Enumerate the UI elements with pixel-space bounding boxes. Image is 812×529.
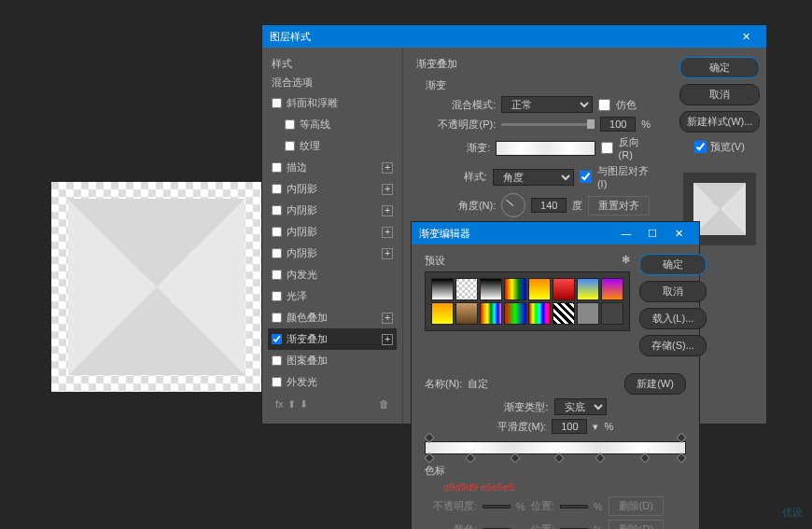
preset-swatch[interactable] — [577, 278, 599, 300]
style-item[interactable]: 内阴影+ — [268, 243, 397, 264]
preset-swatch[interactable] — [431, 278, 454, 300]
opacity-slider[interactable] — [501, 123, 595, 126]
arrow-up-icon[interactable]: ⬆ — [287, 398, 296, 411]
style-item[interactable]: 等高线 — [268, 114, 397, 135]
save-button[interactable]: 存储(S)... — [639, 335, 707, 356]
style-checkbox[interactable] — [272, 162, 282, 173]
preset-swatch[interactable] — [528, 278, 551, 300]
style-item[interactable]: 内阴影+ — [268, 221, 397, 243]
add-icon[interactable]: + — [382, 248, 393, 259]
reverse-checkbox[interactable] — [601, 142, 613, 154]
color-stop[interactable] — [676, 452, 686, 463]
gradient-preview[interactable] — [496, 141, 595, 156]
preset-swatch[interactable] — [480, 302, 502, 325]
style-checkbox[interactable] — [285, 141, 295, 151]
minimize-icon[interactable]: ― — [613, 222, 639, 244]
style-item[interactable]: 图案叠加 — [268, 350, 397, 371]
fx-label[interactable]: fx — [275, 398, 284, 411]
preview-checkbox[interactable] — [694, 141, 707, 153]
type-select[interactable]: 实底 — [554, 398, 607, 415]
add-icon[interactable]: + — [382, 334, 393, 345]
preset-swatch[interactable] — [601, 302, 623, 325]
style-checkbox[interactable] — [272, 270, 282, 280]
cancel-button[interactable]: 取消 — [639, 281, 707, 302]
style-checkbox[interactable] — [272, 291, 282, 301]
close-icon[interactable]: ✕ — [665, 222, 692, 244]
chevron-down-icon[interactable]: ▾ — [593, 421, 598, 433]
cancel-button[interactable]: 取消 — [679, 84, 760, 105]
preset-swatch[interactable] — [504, 302, 526, 325]
trash-icon[interactable]: 🗑 — [379, 398, 389, 411]
load-button[interactable]: 载入(L)... — [639, 308, 707, 329]
preset-swatch[interactable] — [504, 278, 526, 300]
color-stop[interactable] — [510, 452, 520, 463]
preset-swatch[interactable] — [455, 278, 478, 300]
maximize-icon[interactable]: ☐ — [639, 222, 665, 244]
style-checkbox[interactable] — [272, 313, 282, 323]
style-item[interactable]: 描边+ — [268, 157, 397, 178]
smooth-input[interactable] — [552, 419, 587, 434]
preset-swatch[interactable] — [528, 302, 551, 325]
dither-checkbox[interactable] — [598, 99, 610, 111]
style-checkbox[interactable] — [272, 205, 282, 216]
opacity-stop[interactable] — [424, 432, 434, 442]
gear-icon[interactable]: ✻ — [622, 254, 630, 268]
layer-style-titlebar[interactable]: 图层样式 ✕ — [262, 25, 766, 48]
add-icon[interactable]: + — [382, 205, 393, 216]
preset-swatch[interactable] — [553, 278, 575, 300]
preset-swatch[interactable] — [480, 278, 502, 300]
new-style-button[interactable]: 新建样式(W)... — [679, 111, 760, 132]
ok-button[interactable]: 确定 — [639, 254, 707, 275]
add-icon[interactable]: + — [382, 184, 393, 195]
close-icon[interactable]: ✕ — [733, 25, 759, 48]
new-button[interactable]: 新建(W) — [624, 373, 686, 395]
style-checkbox[interactable] — [272, 334, 282, 344]
add-icon[interactable]: + — [382, 227, 393, 238]
style-item[interactable]: 内阴影+ — [268, 178, 397, 200]
color-stop[interactable] — [639, 452, 650, 463]
preset-swatch[interactable] — [601, 278, 623, 300]
opacity-stop[interactable] — [676, 432, 686, 442]
ok-button[interactable]: 确定 — [679, 57, 760, 78]
color-stop[interactable] — [424, 452, 434, 463]
color-stop[interactable] — [595, 452, 606, 463]
style-item[interactable]: 渐变叠加+ — [268, 328, 397, 350]
style-item[interactable]: 纹理 — [268, 135, 397, 157]
gradient-editor-titlebar[interactable]: 渐变编辑器 ― ☐ ✕ — [412, 222, 699, 244]
style-select[interactable]: 角度 — [493, 169, 574, 186]
blend-options-item[interactable]: 混合选项 — [268, 73, 397, 92]
preset-swatch[interactable] — [431, 302, 454, 325]
smooth-label: 平滑度(M): — [497, 420, 547, 434]
preview-label: 预览(V) — [710, 140, 745, 154]
style-label: 颜色叠加 — [287, 311, 328, 325]
blend-mode-select[interactable]: 正常 — [501, 96, 593, 113]
style-item[interactable]: 内发光 — [268, 264, 397, 285]
style-checkbox[interactable] — [272, 98, 282, 108]
add-icon[interactable]: + — [382, 313, 393, 324]
color-stop[interactable] — [553, 452, 564, 463]
style-item[interactable]: 内阴影+ — [268, 200, 397, 221]
angle-dial[interactable] — [501, 193, 525, 217]
gradient-bar[interactable] — [425, 441, 686, 454]
arrow-down-icon[interactable]: ⬇ — [300, 398, 308, 411]
style-item[interactable]: 斜面和浮雕 — [268, 92, 397, 114]
style-item[interactable]: 外发光 — [268, 371, 397, 393]
preset-swatch[interactable] — [553, 302, 575, 325]
style-checkbox[interactable] — [272, 355, 282, 366]
add-icon[interactable]: + — [382, 162, 393, 174]
name-value[interactable]: 自定 — [468, 377, 619, 391]
style-checkbox[interactable] — [272, 227, 282, 237]
opacity-input[interactable] — [600, 117, 636, 132]
style-checkbox[interactable] — [285, 119, 295, 130]
reset-align-button[interactable]: 重置对齐 — [588, 196, 650, 216]
style-checkbox[interactable] — [272, 377, 282, 387]
angle-input[interactable] — [531, 198, 567, 213]
color-stop[interactable] — [466, 452, 476, 463]
preset-swatch[interactable] — [455, 302, 478, 325]
style-item[interactable]: 光泽 — [268, 285, 397, 307]
preset-swatch[interactable] — [577, 302, 599, 325]
style-checkbox[interactable] — [272, 184, 282, 194]
align-checkbox[interactable] — [580, 171, 592, 183]
style-checkbox[interactable] — [272, 248, 282, 258]
style-item[interactable]: 颜色叠加+ — [268, 307, 397, 328]
